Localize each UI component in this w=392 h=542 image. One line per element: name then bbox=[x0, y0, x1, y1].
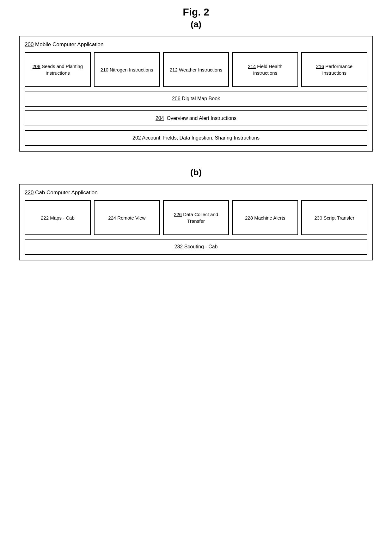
page-title: Fig. 2 bbox=[19, 6, 373, 18]
diagram-a-title-text: Mobile Computer Application bbox=[35, 41, 103, 47]
wide-box-202: 202 Account, Fields, Data Ingestion, Sha… bbox=[25, 130, 367, 146]
part-b-label: (b) bbox=[19, 167, 373, 178]
part-a-label: (a) bbox=[19, 19, 373, 29]
diagram-b-modules-row: 222 Maps - Cab 224 Remote View 226 Data … bbox=[25, 200, 367, 235]
module-228: 228 Machine Alerts bbox=[232, 200, 298, 235]
diagram-a-num: 200 bbox=[25, 41, 34, 47]
wide-box-204: 204 Overview and Alert Instructions bbox=[25, 110, 367, 126]
module-210: 210 Nitrogen Instructions bbox=[94, 52, 160, 87]
diagram-b-num: 220 bbox=[25, 190, 34, 196]
module-214: 214 Field Health Instructions bbox=[232, 52, 298, 87]
module-212: 212 Weather Instructions bbox=[163, 52, 229, 87]
diagram-b-label: 220 Cab Computer Application bbox=[25, 190, 367, 196]
wide-box-206: 206 Digital Map Book bbox=[25, 91, 367, 107]
module-230: 230 Script Transfer bbox=[301, 200, 367, 235]
module-208: 208 Seeds and Planting Instructions bbox=[25, 52, 91, 87]
diagram-a-outer-box: 200 Mobile Computer Application 208 Seed… bbox=[19, 36, 373, 152]
diagram-b-title: Cab Computer Application bbox=[35, 190, 98, 196]
wide-box-232: 232 Scouting - Cab bbox=[25, 239, 367, 255]
module-222: 222 Maps - Cab bbox=[25, 200, 91, 235]
module-226: 226 Data Collect and Transfer bbox=[163, 200, 229, 235]
diagram-a-modules-row: 208 Seeds and Planting Instructions 210 … bbox=[25, 52, 367, 87]
module-224: 224 Remote View bbox=[94, 200, 160, 235]
diagram-b-outer-box: 220 Cab Computer Application 222 Maps - … bbox=[19, 184, 373, 260]
diagram-a-label: 200 Mobile Computer Application bbox=[25, 41, 367, 48]
module-216: 216 Performance Instructions bbox=[301, 52, 367, 87]
